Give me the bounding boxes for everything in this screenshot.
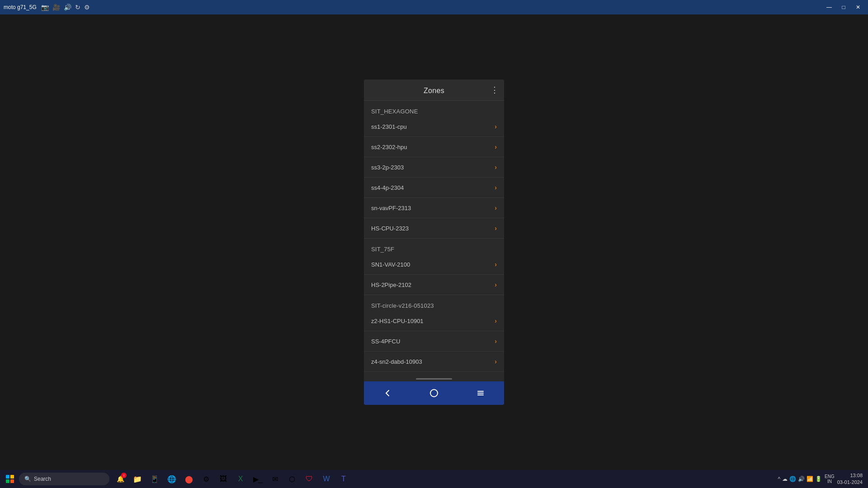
zone-item-hs-2pipe-2102[interactable]: HS-2Pipe-2102 › [364, 275, 504, 295]
title-bar: moto g71_5G 📷 🎥 🔊 ↻ ⚙ — □ ✕ [0, 0, 868, 14]
wifi-icon[interactable]: 📶 [807, 476, 813, 482]
back-button[interactable] [378, 385, 396, 401]
app-content[interactable]: SIT_HEXAGONE ss1-2301-cpu › ss2-2302-hpu… [364, 101, 504, 376]
zone-group-title-sit-circle: SIT-circle-v216-051023 [364, 299, 504, 311]
search-icon: 🔍 [24, 476, 31, 482]
zone-item-label: ss1-2301-cpu [371, 123, 407, 130]
clock-date: 03-01-2024 [837, 479, 863, 486]
onedrive-icon[interactable]: ☁ [782, 476, 788, 482]
zone-item-label: ss4-4p-2304 [371, 184, 404, 191]
network-icon[interactable]: 🌐 [789, 476, 796, 482]
zone-item-ss-4pfcu[interactable]: SS-4PFCU › [364, 331, 504, 352]
zone-item-z2-hs1-cpu-10901[interactable]: z2-HS1-CPU-10901 › [364, 311, 504, 331]
zone-item-ss3-2p-2303[interactable]: ss3-2p-2303 › [364, 157, 504, 178]
taskbar-app-mail[interactable]: ✉ [267, 471, 283, 487]
minimize-button[interactable]: — [823, 3, 835, 12]
taskbar-app-explorer[interactable]: 📁 [129, 471, 146, 487]
chevron-right-icon: › [495, 204, 497, 211]
title-bar-title: moto g71_5G [4, 4, 37, 10]
camera-icon[interactable]: 🎥 [52, 4, 60, 11]
chevron-right-icon: › [495, 143, 497, 150]
taskbar-app-photos[interactable]: 🖼 [215, 471, 231, 487]
nav-bar [364, 381, 504, 405]
rotate-icon[interactable]: ↻ [75, 4, 80, 11]
app-header-title: Zones [424, 87, 444, 95]
screenshot-icon[interactable]: 📷 [41, 4, 49, 11]
zone-item-label: sn-vavPF-2313 [371, 205, 411, 211]
taskbar-app-terminal[interactable]: ▶_ [250, 471, 266, 487]
zone-item-label: HS-2Pipe-2102 [371, 282, 411, 288]
chevron-right-icon: › [495, 338, 497, 345]
zone-item-label: ss3-2p-2303 [371, 164, 404, 171]
taskbar-app-settings[interactable]: ⚙ [198, 471, 214, 487]
zone-item-label: SN1-VAV-2100 [371, 261, 410, 268]
system-clock[interactable]: 13:08 03-01-2024 [837, 472, 863, 486]
title-bar-controls: — □ ✕ [823, 3, 864, 12]
chevron-right-icon: › [495, 317, 497, 324]
scroll-bar [416, 378, 452, 380]
zone-group-sit-hexagone: SIT_HEXAGONE ss1-2301-cpu › ss2-2302-hpu… [364, 104, 504, 239]
chevron-right-icon: › [495, 358, 497, 365]
zone-group-sit-circle: SIT-circle-v216-051023 z2-HS1-CPU-10901 … [364, 299, 504, 372]
maximize-button[interactable]: □ [837, 3, 850, 12]
chevron-right-icon: › [495, 184, 497, 191]
taskbar-app-antivirus[interactable]: 🛡 [301, 471, 317, 487]
clock-time: 13:08 [837, 472, 863, 479]
main-area: Zones ⋮ SIT_HEXAGONE ss1-2301-cpu › ss2-… [0, 14, 868, 470]
zone-item-z4-sn2-dabd-10903[interactable]: z4-sn2-dabd-10903 › [364, 352, 504, 372]
taskbar-right: ^ ☁ 🌐 🔊 📶 🔋 ENG IN 13:08 03-01-2024 [778, 472, 866, 486]
search-text: Search [34, 476, 51, 482]
zone-item-ss2-2302-hpu[interactable]: ss2-2302-hpu › [364, 137, 504, 157]
zone-item-label: ss2-2302-hpu [371, 144, 407, 150]
chevron-right-icon: › [495, 164, 497, 171]
taskbar-app-phone-link[interactable]: 📱 [146, 471, 163, 487]
app-header: Zones ⋮ [364, 80, 504, 101]
zone-item-label: z2-HS1-CPU-10901 [371, 318, 424, 324]
taskbar-apps: 🔔 ! 📁 📱 🌐 ⬤ ⚙ 🖼 X ▶_ ✉ ⬡ 🛡 W T [112, 471, 777, 487]
close-button[interactable]: ✕ [852, 3, 864, 12]
zone-group-sit-75f: SIT_75F SN1-VAV-2100 › HS-2Pipe-2102 › [364, 242, 504, 295]
svg-rect-3 [477, 394, 484, 395]
header-menu-button[interactable]: ⋮ [491, 85, 499, 95]
chevron-right-icon: › [495, 225, 497, 232]
chevron-up-icon[interactable]: ^ [778, 476, 780, 482]
settings-icon[interactable]: ⚙ [84, 4, 90, 11]
zone-item-sn1-vav-2100[interactable]: SN1-VAV-2100 › [364, 254, 504, 275]
recents-button[interactable] [472, 385, 490, 401]
zone-item-ss1-2301-cpu[interactable]: ss1-2301-cpu › [364, 117, 504, 137]
zone-group-title-sit-75f: SIT_75F [364, 242, 504, 254]
zone-group-title-sit-hexagone: SIT_HEXAGONE [364, 104, 504, 117]
zone-item-sn-vavpf-2313[interactable]: sn-vavPF-2313 › [364, 198, 504, 218]
title-bar-icons: 📷 🎥 🔊 ↻ ⚙ [41, 4, 90, 11]
taskbar-app-word[interactable]: W [318, 471, 335, 487]
volume-icon[interactable]: 🔊 [798, 476, 805, 482]
taskbar-app-notifications[interactable]: 🔔 ! [112, 471, 128, 487]
zone-item-label: SS-4PFCU [371, 338, 400, 345]
scroll-indicator [364, 376, 504, 381]
taskbar: 🔍 Search 🔔 ! 📁 📱 🌐 ⬤ ⚙ 🖼 X ▶_ ✉ ⬡ 🛡 W T … [0, 470, 868, 488]
windows-logo [6, 475, 14, 483]
taskbar-app-edge[interactable]: 🌐 [164, 471, 180, 487]
start-button[interactable] [2, 471, 18, 487]
zone-item-hs-cpu-2323[interactable]: HS-CPU-2323 › [364, 218, 504, 239]
title-bar-left: moto g71_5G 📷 🎥 🔊 ↻ ⚙ [4, 4, 90, 11]
taskbar-app-teams[interactable]: T [335, 471, 352, 487]
chevron-right-icon: › [495, 261, 497, 268]
battery-icon[interactable]: 🔋 [815, 476, 822, 482]
svg-point-0 [430, 389, 438, 397]
home-button[interactable] [425, 385, 443, 401]
audio-icon[interactable]: 🔊 [64, 4, 71, 11]
notification-badge: ! [121, 473, 127, 478]
svg-rect-1 [477, 391, 484, 392]
chevron-right-icon: › [495, 281, 497, 288]
search-bar[interactable]: 🔍 Search [19, 473, 109, 485]
svg-rect-2 [477, 393, 484, 394]
taskbar-app-chrome[interactable]: ⬤ [181, 471, 197, 487]
zone-item-label: z4-sn2-dabd-10903 [371, 358, 422, 365]
zone-item-ss4-4p-2304[interactable]: ss4-4p-2304 › [364, 178, 504, 198]
zone-item-label: HS-CPU-2323 [371, 225, 409, 232]
taskbar-app-excel[interactable]: X [232, 471, 249, 487]
language-indicator[interactable]: ENG IN [825, 474, 835, 484]
sys-tray: ^ ☁ 🌐 🔊 📶 🔋 [778, 476, 822, 482]
taskbar-app-dev[interactable]: ⬡ [284, 471, 300, 487]
